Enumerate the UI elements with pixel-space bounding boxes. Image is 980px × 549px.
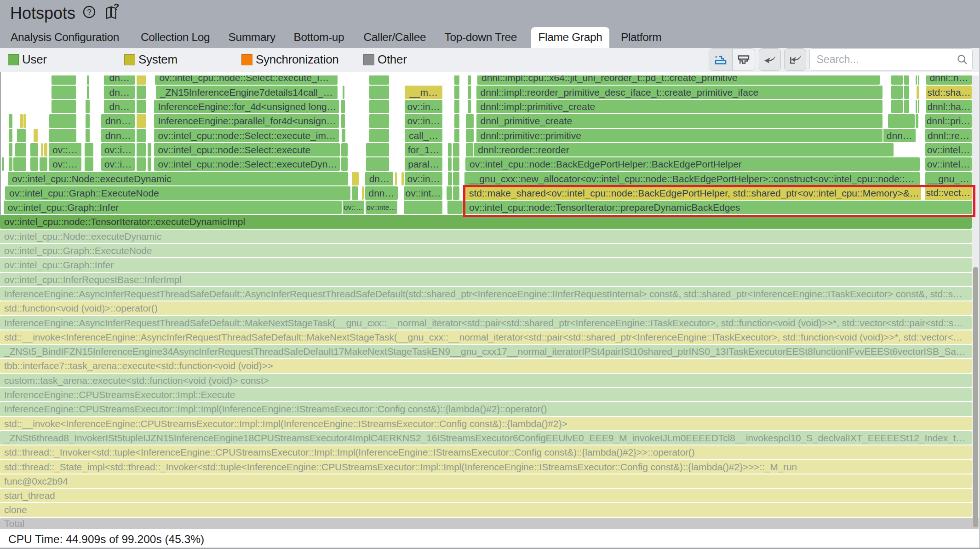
flame-frame[interactable]: for_1… <box>405 143 442 156</box>
flame-frame[interactable]: dnn… <box>101 129 135 142</box>
flame-frame[interactable] <box>362 186 364 200</box>
flame-frame[interactable] <box>448 157 452 171</box>
flame-frame[interactable]: InferenceEngine::AsyncInferRequestThread… <box>0 287 972 301</box>
tab-summary[interactable]: Summary <box>219 27 285 48</box>
flame-frame[interactable] <box>904 100 909 113</box>
flame-frame[interactable]: ov::intel_cpu::node::TensorIterator::exe… <box>0 215 972 228</box>
flame-frame[interactable] <box>916 100 917 113</box>
flame-frame[interactable] <box>148 143 151 156</box>
flame-frame[interactable]: InferenceEngine::parallel_for4d<unsign… <box>154 114 339 127</box>
flame-frame[interactable] <box>17 129 26 142</box>
flame-frame[interactable]: dnnl::pri… <box>925 114 972 127</box>
flame-frame[interactable] <box>466 143 473 156</box>
flame-frame[interactable]: std::__invoke<InferenceEngine::AsyncInfe… <box>0 330 972 344</box>
flame-frame[interactable] <box>454 129 459 142</box>
tab-analysis-configuration[interactable]: Analysis Configuration <box>1 27 128 48</box>
tab-bottom-up[interactable]: Bottom-up <box>285 27 354 48</box>
flame-frame[interactable] <box>44 143 47 156</box>
flame-frame[interactable] <box>401 172 404 185</box>
flame-frame[interactable]: _ZNSt5_BindIFZN15InferenceEngine34AsyncI… <box>0 345 972 358</box>
flame-frame[interactable] <box>366 157 390 171</box>
flame-frame[interactable]: dnn… <box>883 129 915 142</box>
flame-frame[interactable] <box>447 201 463 214</box>
flame-frame[interactable]: paral… <box>405 157 442 171</box>
flame-graph-viewport[interactable]: dn…ov::intel_cpu::node::Select::execute_… <box>0 75 980 548</box>
flame-frame[interactable] <box>466 129 474 142</box>
flame-frame[interactable]: InferenceEngine::for_4d<unsigned long… <box>154 100 339 113</box>
flame-frame[interactable] <box>137 129 146 142</box>
flame-frame[interactable]: ov::… <box>49 143 81 156</box>
flame-frame[interactable] <box>891 100 903 113</box>
flame-frame[interactable] <box>447 186 452 200</box>
flame-frame[interactable] <box>86 129 90 142</box>
flame-frame[interactable] <box>369 100 390 113</box>
flame-frame[interactable] <box>453 143 460 156</box>
navigate-back-edge-button[interactable] <box>784 48 806 71</box>
flame-frame[interactable] <box>52 100 76 113</box>
flame-frame[interactable]: std::thread::_State_impl<std::thread::_I… <box>0 460 972 474</box>
flame-frame[interactable]: tbb::interface7::task_arena::execute<std… <box>0 359 972 372</box>
flame-frame[interactable] <box>341 157 348 171</box>
flame-frame[interactable] <box>888 114 915 127</box>
flame-frame[interactable] <box>369 114 390 127</box>
flame-frame[interactable] <box>904 86 909 99</box>
flame-frame[interactable] <box>52 75 75 85</box>
flame-frame[interactable]: ov::… <box>343 201 364 214</box>
flame-frame[interactable] <box>137 157 146 171</box>
flame-frame[interactable]: std::sha… <box>926 86 972 99</box>
flame-frame[interactable]: ov::int… <box>404 186 442 200</box>
flame-frame[interactable] <box>41 143 43 156</box>
flame-frame[interactable] <box>454 86 459 99</box>
flame-frame[interactable]: dnn… <box>101 114 135 127</box>
flame-frame[interactable] <box>9 143 12 156</box>
flame-frame[interactable] <box>13 157 26 171</box>
flame-frame[interactable] <box>85 143 93 156</box>
flame-frame[interactable] <box>454 100 459 113</box>
flame-frame[interactable] <box>86 114 90 127</box>
flame-frame[interactable] <box>343 86 345 99</box>
flame-frame[interactable]: dnnl::impl::reorder_primitive_desc_iface… <box>476 86 883 99</box>
flame-frame[interactable] <box>916 75 917 85</box>
flame-frame[interactable]: _ZN15InferenceEngine7details14call_… <box>156 86 338 99</box>
flame-frame[interactable]: start_thread <box>0 489 972 502</box>
flame-frame[interactable]: InferenceEngine::AsyncInferRequestThread… <box>0 316 972 329</box>
tab-platform[interactable]: Platform <box>612 27 671 48</box>
flame-frame[interactable]: dnnl::re… <box>925 129 972 142</box>
search-input[interactable] <box>817 49 952 70</box>
flame-frame[interactable] <box>341 100 345 113</box>
tab-caller-callee[interactable]: Caller/Callee <box>355 27 436 48</box>
icicle-view-button[interactable] <box>732 49 755 70</box>
flame-frame[interactable] <box>87 75 89 85</box>
flame-frame[interactable] <box>891 86 903 99</box>
flame-frame[interactable] <box>341 114 345 127</box>
flame-frame[interactable]: __gnu_cxx::new_allocator<ov::intel_cpu::… <box>464 172 920 185</box>
flame-frame[interactable]: ov::intel_cpu::Graph::Infer <box>0 258 972 272</box>
navigate-back-button[interactable] <box>759 48 781 71</box>
tab-flame-graph[interactable]: Flame Graph <box>531 27 609 48</box>
flame-frame[interactable]: custom::task_arena::execute<std::functio… <box>0 374 972 387</box>
flame-frame[interactable]: dn… <box>104 75 135 85</box>
flame-frame[interactable]: ov::intel… <box>925 143 972 156</box>
flame-frame[interactable]: dn… <box>365 172 393 185</box>
flame-frame[interactable] <box>468 100 471 113</box>
flame-frame[interactable] <box>49 114 76 127</box>
flame-frame[interactable] <box>917 86 919 99</box>
flame-frame[interactable]: ov::… <box>49 157 81 171</box>
flame-frame[interactable] <box>9 157 12 171</box>
flame-frame[interactable]: func@0xc2b94 <box>0 474 972 488</box>
flame-frame[interactable]: ov::intel_cpu::node::Select::execute_i… <box>155 75 338 85</box>
flame-total-row[interactable]: Total <box>0 518 979 530</box>
flame-frame[interactable]: std::function<void (void)>::operator() <box>0 301 972 315</box>
flame-frame[interactable] <box>904 75 909 85</box>
flame-frame[interactable]: ov::intel_cpu::Node::executeDynamic <box>0 230 972 243</box>
flame-frame[interactable] <box>369 75 390 85</box>
flame-frame[interactable] <box>369 86 390 99</box>
flame-frame[interactable] <box>352 186 358 200</box>
flame-frame[interactable]: ov::intel… <box>925 157 972 171</box>
flame-frame[interactable] <box>453 157 460 171</box>
flame-frame[interactable] <box>137 86 146 99</box>
flame-frame[interactable] <box>87 86 89 99</box>
flame-frame[interactable]: InferenceEngine::CPUStreamsExecutor::Imp… <box>0 388 972 401</box>
flame-frame[interactable]: call_… <box>405 129 442 142</box>
flame-frame[interactable] <box>916 114 918 127</box>
